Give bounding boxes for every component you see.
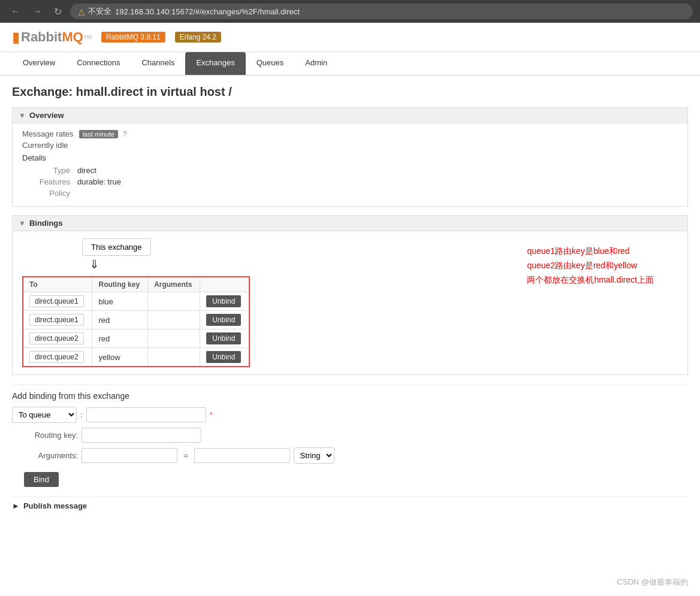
- arguments-type-select[interactable]: String: [294, 447, 334, 464]
- unbind-button-1[interactable]: Unbind: [206, 295, 241, 307]
- binding-action-2: Unbind: [200, 311, 249, 329]
- details-label: Details: [22, 153, 678, 162]
- bind-button[interactable]: Bind: [24, 472, 59, 487]
- to-queue-input[interactable]: [86, 407, 206, 422]
- url-text: 192.168.30.140:15672/#/exchanges/%2F/hma…: [115, 7, 300, 16]
- publish-header[interactable]: ► Publish message: [12, 498, 688, 513]
- last-minute-badge[interactable]: last minute: [79, 130, 118, 138]
- col-to: To: [23, 277, 92, 292]
- message-rates-label: Message rates: [22, 129, 73, 138]
- policy-row: Policy: [22, 189, 678, 198]
- bindings-section-body: queue1路由key是blue和red queue2路由key是red和yel…: [12, 231, 688, 375]
- to-queue-select[interactable]: To queue To exchange: [12, 407, 77, 423]
- logo-mq: MQ: [62, 29, 83, 45]
- add-binding-section: Add binding from this exchange To queue …: [12, 385, 688, 487]
- col-action: [200, 277, 249, 292]
- annotation: queue1路由key是blue和red queue2路由key是red和yel…: [527, 244, 654, 287]
- binding-key-1: blue: [92, 292, 148, 311]
- binding-action-3: Unbind: [200, 329, 249, 348]
- bindings-section-header[interactable]: ▼ Bindings: [12, 215, 688, 231]
- app-header: ▮ Rabbit MQ TM RabbitMQ 3.9.11 Erlang 24…: [0, 23, 700, 52]
- this-exchange-button[interactable]: This exchange: [82, 238, 151, 256]
- forward-button[interactable]: →: [29, 5, 46, 18]
- annotation-line3: 两个都放在交换机hmall.direct上面: [527, 273, 654, 288]
- arguments-key-input[interactable]: [82, 448, 177, 463]
- add-binding-title: Add binding from this exchange: [12, 385, 688, 401]
- title-suffix: in virtual host /: [143, 85, 232, 98]
- type-label: Type: [22, 166, 70, 175]
- exchange-name: hmall.direct: [76, 85, 143, 98]
- message-rates-row: Message rates last minute ?: [22, 129, 678, 138]
- nav-overview[interactable]: Overview: [12, 52, 66, 75]
- binding-key-2: red: [92, 311, 148, 329]
- binding-to-3: direct.queue2: [23, 329, 92, 348]
- unbind-button-3[interactable]: Unbind: [206, 332, 241, 344]
- features-label: Features: [22, 177, 70, 186]
- overview-arrow-icon: ▼: [19, 111, 26, 120]
- security-label: 不安全: [88, 6, 111, 17]
- bindings-table: To Routing key Arguments direct.queue1 b…: [22, 276, 250, 367]
- currently-idle: Currently idle: [22, 141, 678, 150]
- table-row: direct.queue2 red Unbind: [23, 329, 249, 348]
- help-icon[interactable]: ?: [123, 130, 127, 138]
- binding-to-1: direct.queue1: [23, 292, 92, 311]
- routing-key-row: Routing key:: [12, 428, 688, 443]
- publish-arrow-icon: ►: [12, 501, 20, 510]
- details-table: Type direct Features durable: true Polic…: [22, 166, 678, 198]
- warning-icon: △: [79, 7, 85, 16]
- binding-args-1: [148, 292, 200, 311]
- arguments-label: Arguments:: [12, 451, 78, 460]
- col-arguments: Arguments: [148, 277, 200, 292]
- unbind-button-4[interactable]: Unbind: [206, 351, 241, 363]
- nav-admin[interactable]: Admin: [294, 52, 338, 75]
- equals-sign: =: [183, 451, 188, 460]
- nav-connections[interactable]: Connections: [66, 52, 131, 75]
- routing-key-input[interactable]: [82, 428, 201, 443]
- nav-channels[interactable]: Channels: [131, 52, 185, 75]
- annotation-line2: queue2路由key是red和yellow: [527, 259, 654, 273]
- binding-key-4: yellow: [92, 348, 148, 367]
- nav-exchanges[interactable]: Exchanges: [185, 52, 245, 75]
- table-row: direct.queue2 yellow Unbind: [23, 348, 249, 367]
- binding-args-3: [148, 329, 200, 348]
- col-routing-key: Routing key: [92, 277, 148, 292]
- browser-bar: ← → ↻ △ 不安全 192.168.30.140:15672/#/excha…: [0, 0, 700, 23]
- overview-section-title: Overview: [29, 111, 64, 120]
- to-queue-row: To queue To exchange : *: [12, 407, 688, 423]
- policy-label: Policy: [22, 189, 70, 198]
- binding-to-2: direct.queue1: [23, 311, 92, 329]
- publish-section: ► Publish message: [12, 497, 688, 513]
- colon-label: :: [80, 410, 83, 419]
- refresh-button[interactable]: ↻: [50, 5, 65, 19]
- nav-queues[interactable]: Queues: [246, 52, 295, 75]
- required-star: *: [210, 410, 213, 419]
- version-badge: RabbitMQ 3.9.11: [101, 32, 165, 43]
- unbind-button-2[interactable]: Unbind: [206, 314, 241, 326]
- binding-args-2: [148, 311, 200, 329]
- logo: ▮ Rabbit MQ TM: [12, 29, 92, 46]
- logo-rabbit: Rabbit: [21, 29, 62, 45]
- features-row: Features durable: true: [22, 177, 678, 186]
- binding-to-4: direct.queue2: [23, 348, 92, 367]
- binding-args-4: [148, 348, 200, 367]
- table-row: direct.queue1 blue Unbind: [23, 292, 249, 311]
- overview-section-header[interactable]: ▼ Overview: [12, 107, 688, 123]
- type-value: direct: [77, 166, 96, 175]
- overview-section-body: Message rates last minute ? Currently id…: [12, 123, 688, 207]
- back-button[interactable]: ←: [7, 5, 24, 18]
- page-title: Exchange: hmall.direct in virtual host /: [12, 85, 688, 99]
- page-content: Exchange: hmall.direct in virtual host /…: [0, 75, 700, 523]
- arguments-value-input[interactable]: [194, 448, 290, 463]
- logo-icon: ▮: [12, 29, 20, 46]
- bindings-arrow-icon: ▼: [19, 219, 26, 228]
- table-row: direct.queue1 red Unbind: [23, 311, 249, 329]
- main-nav: Overview Connections Channels Exchanges …: [0, 52, 700, 75]
- routing-key-label: Routing key:: [12, 431, 78, 440]
- binding-action-1: Unbind: [200, 292, 249, 311]
- erlang-badge: Erlang 24.2: [175, 32, 221, 43]
- publish-title: Publish message: [23, 501, 87, 510]
- title-prefix: Exchange:: [12, 85, 76, 98]
- url-bar[interactable]: △ 不安全 192.168.30.140:15672/#/exchanges/%…: [70, 4, 693, 19]
- annotation-line1: queue1路由key是blue和red: [527, 244, 654, 259]
- binding-action-4: Unbind: [200, 348, 249, 367]
